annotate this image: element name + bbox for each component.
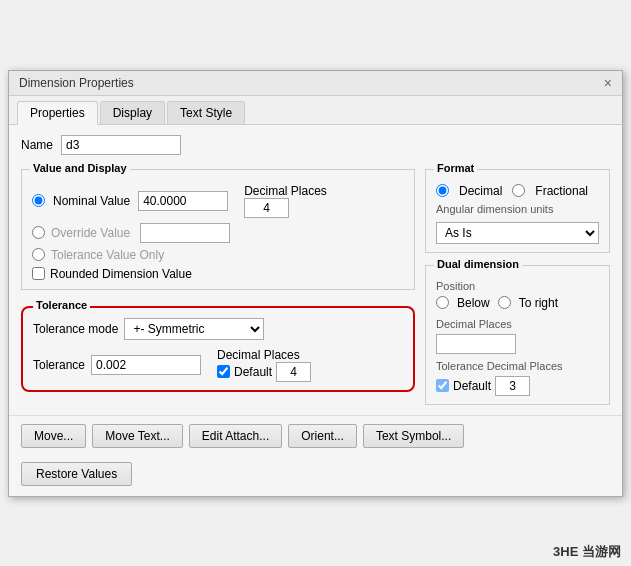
- value-display-title: Value and Display: [30, 162, 130, 174]
- nominal-value-input[interactable]: [138, 191, 228, 211]
- decimal-places-label: Decimal Places: [244, 184, 327, 198]
- decimal-places-col: Decimal Places: [244, 184, 327, 218]
- tolerance-only-radio[interactable]: [32, 248, 45, 261]
- dual-tol-check-row: Default: [436, 376, 599, 396]
- nominal-value-row: Nominal Value Decimal Places: [32, 184, 404, 218]
- tolerance-default-checkbox[interactable]: [217, 365, 230, 378]
- dual-decimal-input[interactable]: [436, 334, 516, 354]
- decimal-label: Decimal: [459, 184, 502, 198]
- value-and-display-section: Value and Display Nominal Value Decimal …: [21, 169, 415, 290]
- below-radio[interactable]: [436, 296, 449, 309]
- restore-row: Restore Values: [9, 456, 622, 496]
- nominal-value-label: Nominal Value: [53, 194, 130, 208]
- angular-units-select[interactable]: As Is Degrees Radians: [436, 222, 599, 244]
- action-buttons: Move... Move Text... Edit Attach... Orie…: [9, 415, 622, 456]
- tolerance-value-row: Tolerance Decimal Places Default: [33, 348, 403, 382]
- dimension-properties-dialog: Dimension Properties × Properties Displa…: [8, 70, 623, 497]
- dual-tol-label: Tolerance Decimal Places: [436, 360, 599, 372]
- tolerance-mode-label: Tolerance mode: [33, 322, 118, 336]
- angular-label: Angular dimension units: [436, 203, 599, 215]
- decimal-radio[interactable]: [436, 184, 449, 197]
- to-right-radio[interactable]: [498, 296, 511, 309]
- tolerance-only-label: Tolerance Value Only: [51, 248, 164, 262]
- dual-decimal-label: Decimal Places: [436, 318, 599, 330]
- fractional-radio[interactable]: [512, 184, 525, 197]
- override-value-row: Override Value: [32, 223, 404, 243]
- format-section: Format Decimal Fractional Angular dimens…: [425, 169, 610, 253]
- move-text-button[interactable]: Move Text...: [92, 424, 182, 448]
- tolerance-mode-row: Tolerance mode +- Symmetric Bilateral No…: [33, 318, 403, 340]
- left-column: Value and Display Nominal Value Decimal …: [21, 165, 415, 405]
- override-value-input[interactable]: [140, 223, 230, 243]
- tolerance-default-label: Default: [234, 365, 272, 379]
- override-value-label: Override Value: [51, 226, 130, 240]
- right-column: Format Decimal Fractional Angular dimens…: [425, 165, 610, 405]
- tolerance-mode-select[interactable]: +- Symmetric Bilateral None Limits: [124, 318, 264, 340]
- content-area: Name Value and Display Nominal Value Dec…: [9, 125, 622, 415]
- main-sections: Value and Display Nominal Value Decimal …: [21, 165, 610, 405]
- tolerance-decimal-inline: Default: [217, 362, 311, 382]
- title-bar: Dimension Properties ×: [9, 71, 622, 96]
- dual-dimension-title: Dual dimension: [434, 258, 522, 270]
- name-label: Name: [21, 138, 53, 152]
- tolerance-decimal-input[interactable]: [276, 362, 311, 382]
- rounded-dimension-checkbox[interactable]: [32, 267, 45, 280]
- dual-tol-decimal-input[interactable]: [495, 376, 530, 396]
- tolerance-decimal-group: Decimal Places Default: [217, 348, 311, 382]
- dual-dimension-section: Dual dimension Position Below To right D…: [425, 265, 610, 405]
- tab-properties[interactable]: Properties: [17, 101, 98, 125]
- tolerance-value-input[interactable]: [91, 355, 201, 375]
- restore-values-button[interactable]: Restore Values: [21, 462, 132, 486]
- text-symbol-button[interactable]: Text Symbol...: [363, 424, 464, 448]
- override-value-radio[interactable]: [32, 226, 45, 239]
- watermark: 3HE 当游网: [553, 543, 621, 561]
- move-button[interactable]: Move...: [21, 424, 86, 448]
- name-row: Name: [21, 135, 610, 155]
- tolerance-section: Tolerance Tolerance mode +- Symmetric Bi…: [21, 306, 415, 392]
- edit-attach-button[interactable]: Edit Attach...: [189, 424, 282, 448]
- dual-position-row: Below To right: [436, 296, 599, 310]
- format-title: Format: [434, 162, 477, 174]
- dual-default-label: Default: [453, 379, 491, 393]
- name-input[interactable]: [61, 135, 181, 155]
- format-radio-row: Decimal Fractional: [436, 184, 599, 198]
- dual-default-checkbox[interactable]: [436, 379, 449, 392]
- tolerance-only-row: Tolerance Value Only: [32, 248, 404, 262]
- fractional-label: Fractional: [535, 184, 588, 198]
- decimal-places-input[interactable]: [244, 198, 289, 218]
- dual-position-label: Position: [436, 280, 599, 292]
- rounded-dimension-label: Rounded Dimension Value: [50, 267, 192, 281]
- tab-text-style[interactable]: Text Style: [167, 101, 245, 124]
- tolerance-decimal-label: Decimal Places: [217, 348, 300, 362]
- dialog-title: Dimension Properties: [19, 76, 134, 90]
- close-button[interactable]: ×: [604, 76, 612, 90]
- tab-display[interactable]: Display: [100, 101, 165, 124]
- tolerance-label: Tolerance: [33, 358, 85, 372]
- rounded-dimension-row: Rounded Dimension Value: [32, 267, 404, 281]
- tolerance-title: Tolerance: [33, 299, 90, 311]
- orient-button[interactable]: Orient...: [288, 424, 357, 448]
- tabs-container: Properties Display Text Style: [9, 96, 622, 125]
- below-label: Below: [457, 296, 490, 310]
- nominal-value-radio[interactable]: [32, 194, 45, 207]
- to-right-label: To right: [519, 296, 558, 310]
